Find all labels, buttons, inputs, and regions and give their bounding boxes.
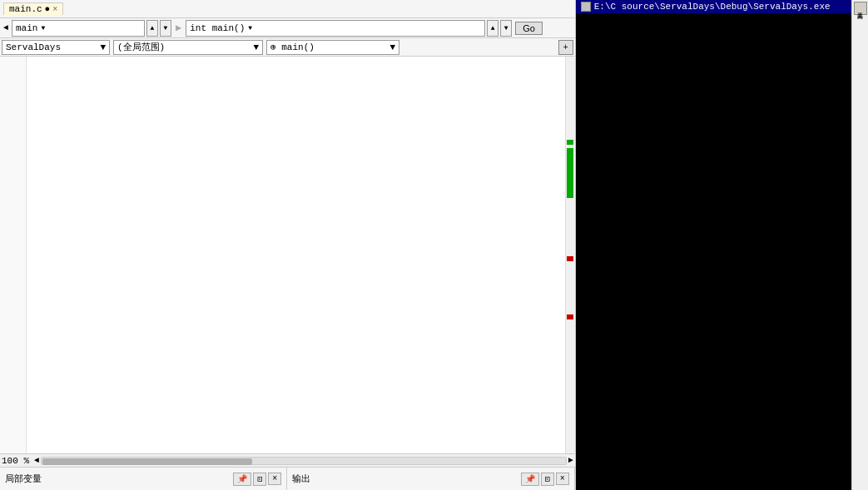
tab-bar: main.c ● × (0, 0, 575, 18)
output-panel: 输出 📌 ⊡ × (287, 468, 574, 490)
output-float-button[interactable]: ⊡ (541, 473, 554, 486)
function-scope-label: ⊕ main() (270, 42, 315, 52)
console-title: E:\C source\ServalDays\Debug\ServalDays.… (594, 2, 831, 12)
locals-label: 局部变量 (5, 473, 42, 485)
function-up[interactable]: ▲ (487, 20, 498, 37)
horizontal-scrollbar[interactable] (41, 457, 567, 465)
main-c-tab[interactable]: main.c ● × (3, 2, 63, 15)
locals-float-button[interactable]: ⊡ (253, 473, 266, 486)
locals-panel: 局部变量 📌 ⊡ × (0, 468, 287, 490)
zoom-label: 100 % (2, 456, 29, 466)
project-dropdown[interactable]: ServalDays ▼ (2, 40, 110, 55)
global-scope-arrow: ▼ (253, 42, 259, 52)
console-output (576, 13, 852, 490)
function-scope-arrow: ▼ (389, 42, 395, 52)
scope-bar: ServalDays ▼ (全局范围) ▼ ⊕ main() ▼ + (0, 38, 575, 57)
output-label: 输出 (292, 473, 310, 485)
scrollbar-thumb (42, 458, 252, 465)
side-toolbar: 工具箱 (851, 0, 868, 490)
function-down[interactable]: ▼ (500, 20, 512, 37)
go-button[interactable]: Go (515, 22, 543, 35)
scroll-right-button[interactable]: ► (568, 456, 573, 465)
horizontal-scrollbar-area: 100 % ◄ ► (0, 453, 575, 467)
nav-bar: ◄ main ▼ ▲ ▼ ▶ int main() ▼ ▲ ▼ Go (0, 18, 575, 38)
output-pin-button[interactable]: 📌 (521, 473, 539, 486)
scope-up[interactable]: ▲ (146, 20, 158, 37)
function-scope-dropdown[interactable]: ⊕ main() ▼ (266, 40, 399, 55)
project-arrow: ▼ (100, 42, 106, 52)
project-label: ServalDays (6, 42, 61, 52)
bottom-panels: 局部变量 📌 ⊡ × 输出 📌 ⊡ × (0, 467, 575, 490)
function-selector[interactable]: int main() ▼ (186, 20, 485, 37)
scroll-left-button[interactable]: ◄ (34, 456, 39, 465)
console-panel: E:\C source\ServalDays\Debug\ServalDays.… (576, 0, 852, 490)
locals-pin-button[interactable]: 📌 (233, 473, 251, 486)
locals-close-button[interactable]: × (268, 473, 281, 485)
scope-selector[interactable]: main ▼ (12, 20, 145, 37)
nav-arrow-left[interactable]: ◄ (2, 23, 10, 32)
output-close-button[interactable]: × (556, 473, 569, 485)
nav-separator: ▶ (176, 22, 181, 34)
console-titlebar: E:\C source\ServalDays\Debug\ServalDays.… (576, 0, 852, 13)
console-icon (581, 2, 591, 12)
code-editor[interactable] (27, 57, 565, 453)
tab-modified-icon: ● (45, 4, 51, 14)
function-arrow: ▼ (248, 24, 252, 32)
add-bookmark-button[interactable]: + (558, 40, 573, 55)
right-margin-indicators (565, 57, 575, 453)
tab-close-button[interactable]: × (52, 5, 57, 14)
scope-arrow: ▼ (41, 24, 45, 32)
scope-down[interactable]: ▼ (160, 20, 171, 37)
tab-label: main.c (9, 4, 42, 14)
global-scope-dropdown[interactable]: (全局范围) ▼ (113, 40, 263, 55)
line-numbers (0, 57, 27, 453)
scope-label: main (16, 23, 37, 33)
side-tool-1[interactable]: 工具箱 (854, 2, 867, 15)
code-area (0, 57, 575, 453)
function-label: int main() (190, 23, 245, 33)
ide-panel: main.c ● × ◄ main ▼ ▲ ▼ ▶ int main() ▼ ▲… (0, 0, 576, 490)
global-scope-label: (全局范围) (117, 41, 165, 53)
